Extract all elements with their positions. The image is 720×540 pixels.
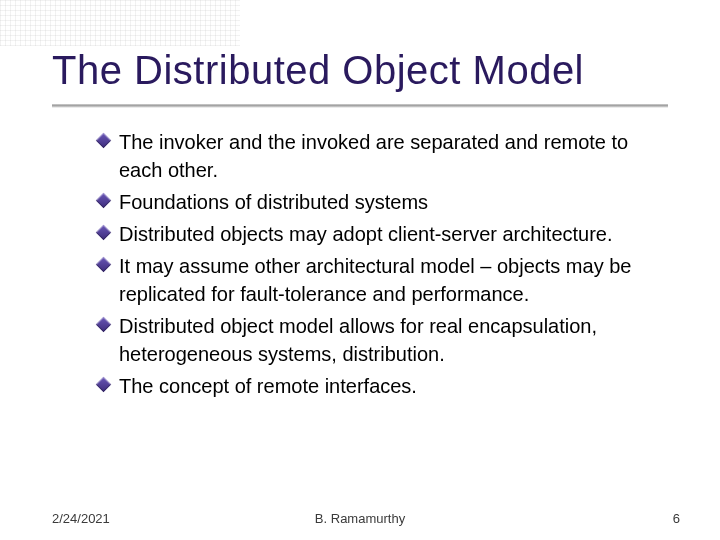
diamond-bullet-icon	[96, 133, 112, 149]
bullet-text: The invoker and the invoked are separate…	[119, 128, 658, 184]
bullet-text: Distributed objects may adopt client-ser…	[119, 220, 613, 248]
slide-footer: 2/24/2021 B. Ramamurthy 6	[0, 511, 720, 526]
diamond-bullet-icon	[96, 257, 112, 273]
bullet-list: The invoker and the invoked are separate…	[98, 128, 658, 404]
list-item: It may assume other architectural model …	[98, 252, 658, 308]
slide-title: The Distributed Object Model	[52, 48, 584, 93]
list-item: The concept of remote interfaces.	[98, 372, 658, 400]
diamond-bullet-icon	[96, 193, 112, 209]
list-item: Distributed objects may adopt client-ser…	[98, 220, 658, 248]
bullet-text: The concept of remote interfaces.	[119, 372, 417, 400]
footer-author: B. Ramamurthy	[315, 511, 405, 526]
bullet-text: Foundations of distributed systems	[119, 188, 428, 216]
bullet-text: Distributed object model allows for real…	[119, 312, 658, 368]
list-item: Foundations of distributed systems	[98, 188, 658, 216]
diamond-bullet-icon	[96, 225, 112, 241]
footer-page-number: 6	[673, 511, 680, 526]
diamond-bullet-icon	[96, 377, 112, 393]
title-underline	[52, 104, 668, 107]
list-item: The invoker and the invoked are separate…	[98, 128, 658, 184]
footer-date: 2/24/2021	[52, 511, 110, 526]
corner-texture	[0, 0, 240, 46]
list-item: Distributed object model allows for real…	[98, 312, 658, 368]
bullet-text: It may assume other architectural model …	[119, 252, 658, 308]
diamond-bullet-icon	[96, 317, 112, 333]
